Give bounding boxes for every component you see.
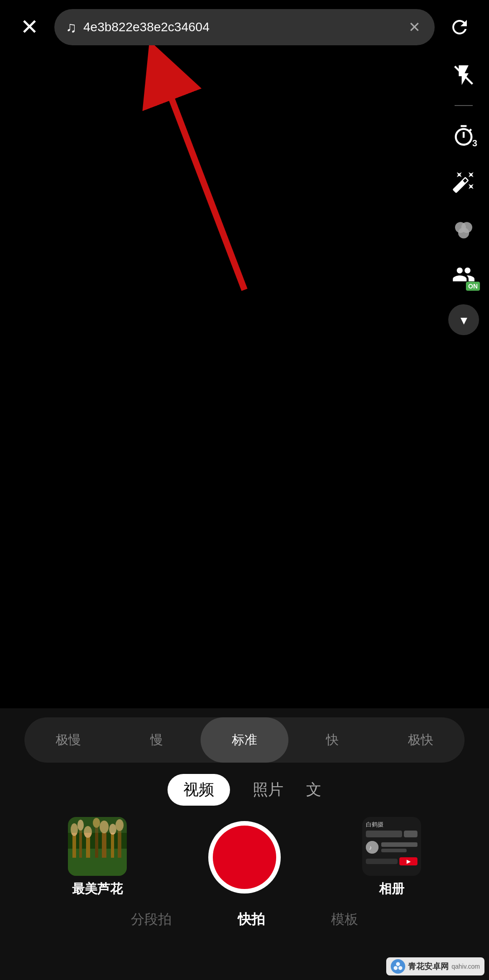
mode-selector: 视频 照片 文 <box>168 774 321 806</box>
capture-button[interactable] <box>208 821 281 894</box>
album-thumbnail[interactable]: 白鹤摄 ♪ <box>362 817 421 876</box>
search-bar[interactable]: ♫ 4e3b822e38e2c34604 ✕ <box>54 9 435 45</box>
capture-button-wrap <box>208 821 281 894</box>
speed-item-slow[interactable]: 慢 <box>112 717 200 763</box>
speed-item-fast[interactable]: 快 <box>288 717 376 763</box>
svg-text:♪: ♪ <box>369 844 372 851</box>
tab-quick-shoot[interactable]: 快拍 <box>229 907 274 932</box>
gallery-label: 最美芦花 <box>72 880 123 898</box>
svg-point-23 <box>366 841 379 854</box>
flash-off-icon[interactable] <box>447 59 480 91</box>
watermark: 青花安卓网 qahiv.com <box>386 957 484 975</box>
svg-point-5 <box>458 227 469 238</box>
svg-rect-22 <box>68 817 127 833</box>
capture-button-inner <box>213 826 276 889</box>
sidebar-divider <box>455 105 473 106</box>
tab-segment-shoot[interactable]: 分段拍 <box>122 907 181 932</box>
more-button[interactable]: ▾ <box>448 304 479 335</box>
timer-icon[interactable]: 3 <box>447 120 480 152</box>
chevron-down-icon: ▾ <box>460 312 467 328</box>
watermark-domain: qahiv.com <box>451 963 480 970</box>
speed-item-standard[interactable]: 标准 <box>201 717 288 763</box>
ar-human-icon[interactable]: ON <box>447 258 480 291</box>
gallery-thumbnail-wrap: 最美芦花 <box>68 817 127 898</box>
close-icon: ✕ <box>20 16 38 38</box>
speed-item-very-slow[interactable]: 极慢 <box>24 717 112 763</box>
mode-video[interactable]: 视频 <box>168 774 230 806</box>
watermark-text: 青花安卓网 <box>408 961 449 972</box>
speed-selector: 极慢 慢 标准 快 极快 <box>24 717 465 763</box>
album-row-1 <box>366 831 417 837</box>
bottom-tabs: 分段拍 快拍 模板 <box>98 907 391 932</box>
refresh-button[interactable] <box>444 11 475 43</box>
right-sidebar: 3 ON ▾ <box>447 59 480 335</box>
filter-icon[interactable] <box>447 212 480 245</box>
speed-item-very-fast[interactable]: 极快 <box>377 717 465 763</box>
camera-viewfinder <box>0 0 489 708</box>
search-input-value: 4e3b822e38e2c34604 <box>83 20 396 34</box>
music-icon: ♫ <box>66 19 77 36</box>
on-badge: ON <box>466 282 480 291</box>
refresh-icon <box>449 16 470 38</box>
magic-wand-icon[interactable] <box>447 166 480 198</box>
svg-rect-13 <box>111 831 114 858</box>
watermark-box: 青花安卓网 qahiv.com <box>386 957 484 975</box>
svg-point-27 <box>394 966 398 970</box>
watermark-logo <box>391 959 405 974</box>
top-bar: ✕ ♫ 4e3b822e38e2c34604 ✕ <box>0 0 489 54</box>
mode-photo[interactable]: 照片 <box>253 779 283 800</box>
svg-point-25 <box>396 962 400 966</box>
search-clear-button[interactable]: ✕ <box>403 16 426 38</box>
album-thumbnail-wrap: 白鹤摄 ♪ <box>362 817 421 898</box>
tab-template[interactable]: 模板 <box>322 907 367 932</box>
gallery-thumbnail[interactable] <box>68 817 127 876</box>
close-button[interactable]: ✕ <box>14 11 45 43</box>
album-header: 白鹤摄 <box>366 821 417 829</box>
bottom-area: 极慢 慢 标准 快 极快 视频 照片 文 <box>0 708 489 980</box>
svg-point-26 <box>398 966 403 970</box>
album-label: 相册 <box>379 880 404 898</box>
capture-row: 最美芦花 白鹤摄 <box>0 817 489 898</box>
search-clear-icon: ✕ <box>408 19 421 36</box>
timer-number: 3 <box>472 138 477 149</box>
mode-text[interactable]: 文 <box>306 779 321 800</box>
